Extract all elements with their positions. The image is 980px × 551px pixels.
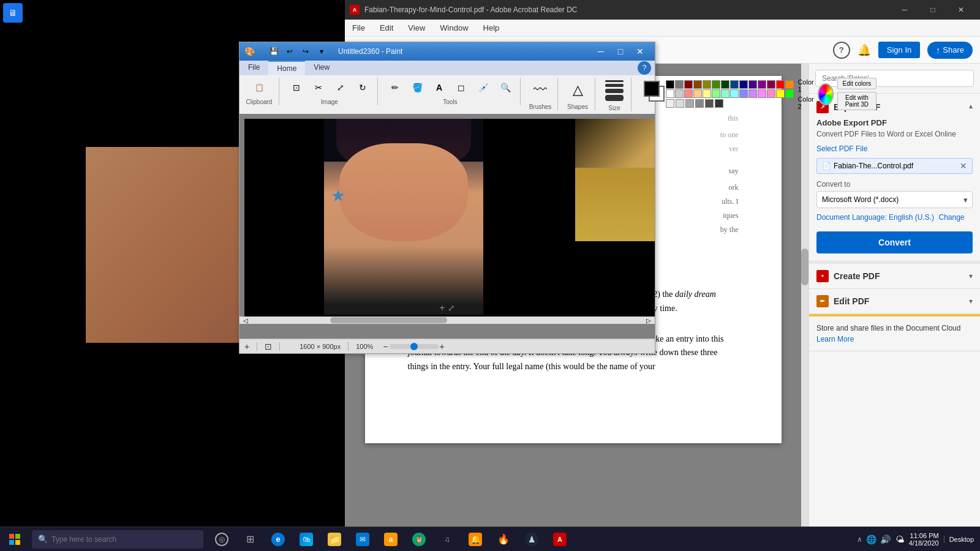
menu-window[interactable]: Window [432,20,475,37]
color-wheel[interactable] [818,83,834,105]
paint-hscrollbar[interactable]: ◁ ▷ [239,317,655,324]
export-pdf-chevron[interactable]: ▾ [969,103,973,111]
taskbar-clock[interactable]: 11:06 PM 4/18/2020 [909,532,939,547]
taskbar-chevron[interactable]: ∧ [857,535,862,544]
color-very-dark-green[interactable] [721,80,729,89]
hscroll-thumb[interactable] [330,317,447,323]
maximize-button[interactable]: □ [919,0,947,20]
menu-edit[interactable]: Edit [372,20,401,37]
color-dark-gray[interactable] [675,80,684,89]
taskbar-file-explorer[interactable]: 📁 [321,527,348,552]
statusbar-plus[interactable]: + [244,342,249,351]
taskbar-steam[interactable]: ♟ [518,527,545,552]
paint-maximize-button[interactable]: □ [611,42,630,61]
color-dark-yellow[interactable] [703,80,711,89]
color-light-orange[interactable] [693,89,702,98]
size-2[interactable] [605,84,624,87]
network-icon[interactable]: 🌐 [866,534,876,544]
crop-tool[interactable]: ✂ [309,78,328,97]
eraser-tool[interactable]: ◻ [451,78,471,97]
taskbar-store[interactable]: 🛍 [293,527,320,552]
text-tool[interactable]: A [429,78,449,97]
shapes-tool[interactable]: △ [565,78,590,102]
color-black[interactable] [666,80,674,89]
color-charcoal[interactable] [705,99,714,108]
color-white[interactable] [666,89,674,98]
edit-colors-button[interactable]: Edit colors [837,78,876,89]
small-app-icon[interactable]: 🖥 [3,3,23,23]
convert-to-select[interactable]: Microsoft Word (*.docx) Microsoft Excel … [816,191,973,208]
taskbar-edge[interactable]: e [265,527,292,552]
paint-redo-btn[interactable]: ↪ [299,45,312,58]
clipboard-tool[interactable]: 📋 [244,78,274,97]
scrollbar-thumb[interactable] [801,249,809,285]
taskbar-search-box[interactable]: 🔍 [32,530,203,549]
pencil-tool[interactable]: ✏ [385,78,405,97]
edit-pdf-chevron[interactable]: ▾ [969,297,973,305]
color-yellow[interactable] [776,89,785,98]
fill-tool[interactable]: 🪣 [407,78,427,97]
taskbar-search-input[interactable] [51,535,197,544]
hscroll-left[interactable]: ◁ [239,317,252,324]
paint-tab-home[interactable]: Home [268,61,305,75]
color-light-yellow[interactable] [703,89,711,98]
color-light-purple[interactable] [748,89,757,98]
color-orange[interactable] [785,80,794,89]
minimize-button[interactable]: ─ [891,0,919,20]
close-button[interactable]: ✕ [947,0,975,20]
color-dark-orange[interactable] [693,80,702,89]
taskbar-amazon[interactable]: a [377,527,404,552]
color-light-blue[interactable] [739,89,748,98]
color1-swatch[interactable] [644,81,660,97]
notifications-icon[interactable]: 🔔 [858,43,871,57]
menu-help[interactable]: Help [476,20,507,37]
learn-more-link[interactable]: Learn More [816,335,973,343]
color-light-pink[interactable] [767,89,775,98]
sign-in-button[interactable]: Sign In [878,42,920,58]
change-language-link[interactable]: Change [938,213,964,222]
size-1[interactable] [605,80,624,82]
select-tool[interactable]: ⊡ [287,78,306,97]
paint-minimize-button[interactable]: ─ [591,42,611,61]
hscroll-right[interactable]: ▷ [643,317,655,324]
taskbar-desktop-label[interactable]: Desktop [944,536,974,543]
paint-customize-btn[interactable]: ▾ [315,45,328,58]
taskbar-mail[interactable]: ✉ [349,527,376,552]
paint-tab-view[interactable]: View [305,61,338,75]
brush-tool[interactable]: 〰 [528,78,552,102]
size-3[interactable] [605,89,624,93]
select-pdf-link[interactable]: Select PDF File [816,144,973,153]
edit-pdf-section[interactable]: ✏ Edit PDF ▾ [809,289,980,314]
help-icon[interactable]: ? [833,42,850,59]
menu-view[interactable]: View [401,20,432,37]
taskbar-tripadvisor[interactable]: 🦉 [405,527,432,552]
color-light-red[interactable] [684,89,693,98]
magnify-tool[interactable]: 🔍 [496,78,515,97]
color-near-white[interactable] [666,99,674,108]
convert-button[interactable]: Convert [816,231,973,253]
color-red[interactable] [776,80,785,89]
color-dark-red[interactable] [684,80,693,89]
create-pdf-chevron[interactable]: ▾ [969,272,973,280]
zoom-slider[interactable] [390,344,439,349]
color-light-gray[interactable] [675,89,684,98]
color-off-white[interactable] [676,99,684,108]
color-dark-blue[interactable] [739,80,748,89]
color-lime[interactable] [785,89,794,98]
taskbar-cortana[interactable]: ◎ [208,527,235,552]
main-scrollbar[interactable] [801,64,809,527]
size-4[interactable] [605,95,624,101]
paint-tab-file[interactable]: File [239,61,268,75]
edit-3d-button[interactable]: Edit with Paint 3D [837,92,876,110]
color-light-green[interactable] [712,89,720,98]
color-dark-teal[interactable] [730,80,739,89]
resize-tool[interactable]: ⤢ [331,78,350,97]
picker-tool[interactable]: 💉 [473,78,493,97]
statusbar-crop[interactable]: ⊡ [265,342,272,351]
color-light-cyan[interactable] [730,89,739,98]
color-dark-charcoal[interactable] [715,99,723,108]
start-button[interactable] [0,527,29,552]
color-dark-magenta[interactable] [758,80,766,89]
rotate-tool[interactable]: ↻ [353,78,372,97]
paint-save-btn[interactable]: 💾 [267,45,281,58]
